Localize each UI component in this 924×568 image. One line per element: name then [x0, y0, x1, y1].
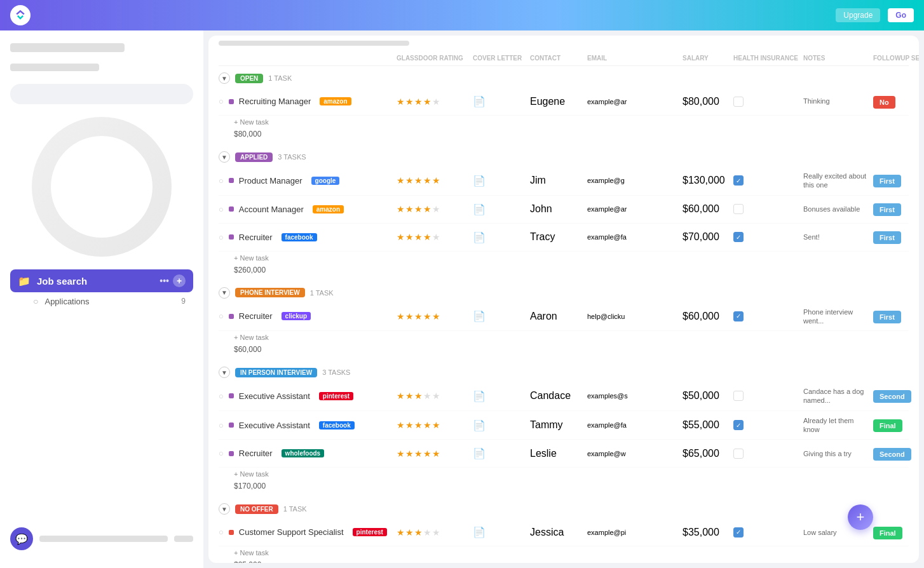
job-title-cell: ○ Recruiter wholefoods: [219, 449, 397, 458]
stars-rating: ★★★★★: [397, 391, 473, 401]
checkbox-unchecked[interactable]: [733, 97, 744, 107]
followup-pill: Second: [873, 448, 911, 461]
checkbox-unchecked[interactable]: [733, 449, 744, 459]
followup-pill: Final: [873, 527, 902, 539]
color-dot: [229, 178, 234, 183]
row-checkbox[interactable]: ○: [219, 176, 224, 186]
checkbox-unchecked[interactable]: [733, 204, 744, 214]
cover-letter-icon: 📄: [473, 419, 530, 431]
health-checkbox[interactable]: ✓: [733, 527, 803, 538]
col-email: EMAIL: [587, 55, 683, 62]
followup-status: Final: [873, 527, 919, 538]
group-toggle-inperson[interactable]: ▼: [219, 367, 230, 378]
sidebar-skeleton-2: [10, 64, 99, 71]
group-phone-interview: ▼ PHONE INTERVIEW 1 TASK ○ Recruiter cli…: [219, 281, 909, 358]
sidebar-item-applications[interactable]: ○ Applications 9: [10, 292, 193, 310]
fab-add-button[interactable]: +: [848, 504, 873, 530]
new-task-open[interactable]: + New task: [219, 116, 909, 128]
followup-pill: First: [873, 231, 901, 244]
new-task-inperson[interactable]: + New task: [219, 468, 909, 480]
health-checkbox[interactable]: [733, 449, 803, 459]
badge-inperson: IN PERSON INTERVIEW: [235, 368, 317, 377]
color-dot: [229, 314, 234, 319]
checkbox-checked[interactable]: ✓: [733, 527, 744, 538]
col-glassdoor: GLASSDOOR RATING: [397, 55, 473, 62]
checkbox-checked[interactable]: ✓: [733, 420, 744, 430]
row-checkbox[interactable]: ○: [219, 311, 224, 321]
group-total-applied: $260,000: [219, 264, 909, 278]
row-checkbox[interactable]: ○: [219, 97, 224, 106]
new-task-applied[interactable]: + New task: [219, 252, 909, 264]
job-name: Recruiter: [239, 233, 273, 242]
new-task-nooffer[interactable]: + New task: [219, 546, 909, 559]
row-checkbox[interactable]: ○: [219, 421, 224, 430]
group-count-applied: 3 TASKS: [278, 153, 306, 161]
table-row: ○ Recruiter clickup ★★★★★ 📄 Aaron help@c…: [219, 302, 909, 332]
col-salary: SALARY: [683, 55, 733, 62]
row-checkbox[interactable]: ○: [219, 205, 224, 214]
go-button[interactable]: Go: [888, 8, 914, 22]
health-checkbox[interactable]: [733, 391, 803, 401]
group-count-phone: 1 TASK: [310, 289, 334, 297]
group-toggle-nooffer[interactable]: ▼: [219, 503, 230, 515]
checkbox-unchecked[interactable]: [733, 391, 744, 401]
contact-name: Jim: [530, 175, 587, 186]
checkbox-checked[interactable]: ✓: [733, 232, 744, 242]
salary-value: $55,000: [683, 419, 733, 431]
upgrade-button[interactable]: Upgrade: [836, 8, 880, 22]
checkbox-checked[interactable]: ✓: [733, 175, 744, 186]
group-toggle-applied[interactable]: ▼: [219, 151, 230, 163]
folder-icon: 📁: [18, 275, 31, 287]
health-checkbox[interactable]: ✓: [733, 420, 803, 430]
salary-value: $130,000: [683, 175, 733, 186]
company-tag: clickup: [282, 312, 311, 320]
health-checkbox[interactable]: [733, 204, 803, 214]
table-row: ○ Customer Support Specialist pinterest …: [219, 518, 909, 546]
health-checkbox[interactable]: ✓: [733, 311, 803, 321]
company-tag: amazon: [320, 97, 351, 105]
table-row: ○ Executive Assistant facebook ★★★★★ 📄 T…: [219, 411, 909, 440]
job-title-cell: ○ Executive Assistant pinterest: [219, 391, 397, 401]
job-name: Recruiter: [239, 449, 273, 458]
group-toggle-open[interactable]: ▼: [219, 72, 230, 84]
health-checkbox[interactable]: ✓: [733, 232, 803, 242]
sidebar-item-job-search[interactable]: 📁 Job search ••• +: [10, 269, 193, 292]
add-item-button[interactable]: +: [173, 274, 186, 287]
sidebar-search[interactable]: [10, 84, 193, 104]
stars-rating: ★★★★★: [397, 175, 473, 186]
col-contact: CONTACT: [530, 55, 587, 62]
notes-text: Giving this a try: [803, 449, 867, 458]
topbar: Upgrade Go: [0, 0, 924, 30]
more-options-icon[interactable]: •••: [160, 276, 169, 286]
group-total-phone: $60,000: [219, 344, 909, 358]
stars-rating: ★★★★★: [397, 232, 473, 242]
health-checkbox[interactable]: ✓: [733, 175, 803, 186]
row-checkbox[interactable]: ○: [219, 527, 224, 537]
followup-pill: First: [873, 311, 901, 323]
job-name: Account Manager: [239, 205, 304, 214]
row-checkbox[interactable]: ○: [219, 449, 224, 458]
group-toggle-phone[interactable]: ▼: [219, 287, 230, 299]
salary-value: $70,000: [683, 231, 733, 243]
job-title-cell: ○ Account Manager amazon: [219, 205, 397, 214]
cover-letter-icon: 📄: [473, 390, 530, 402]
horizontal-scrollbar[interactable]: [219, 41, 409, 46]
group-count-nooffer: 1 TASK: [283, 505, 307, 513]
followup-status: Final: [873, 419, 919, 431]
contact-name: Tammy: [530, 419, 587, 431]
sidebar: 📁 Job search ••• + ○ Applications 9 💬: [0, 30, 203, 568]
content-area[interactable]: GLASSDOOR RATING COVER LETTER CONTACT EM…: [208, 36, 919, 563]
sub-item-label: Applications: [44, 297, 175, 306]
email-value: example@ar: [587, 205, 683, 213]
salary-value: $60,000: [683, 203, 733, 215]
group-count-inperson: 3 TASKS: [322, 369, 350, 376]
health-checkbox[interactable]: [733, 97, 803, 107]
checkbox-checked[interactable]: ✓: [733, 311, 744, 321]
chat-icon[interactable]: 💬: [10, 527, 33, 550]
followup-pill: First: [873, 203, 901, 216]
email-value: help@clicku: [587, 313, 683, 320]
new-task-phone[interactable]: + New task: [219, 331, 909, 344]
email-value: example@g: [587, 177, 683, 184]
row-checkbox[interactable]: ○: [219, 233, 224, 242]
row-checkbox[interactable]: ○: [219, 391, 224, 401]
